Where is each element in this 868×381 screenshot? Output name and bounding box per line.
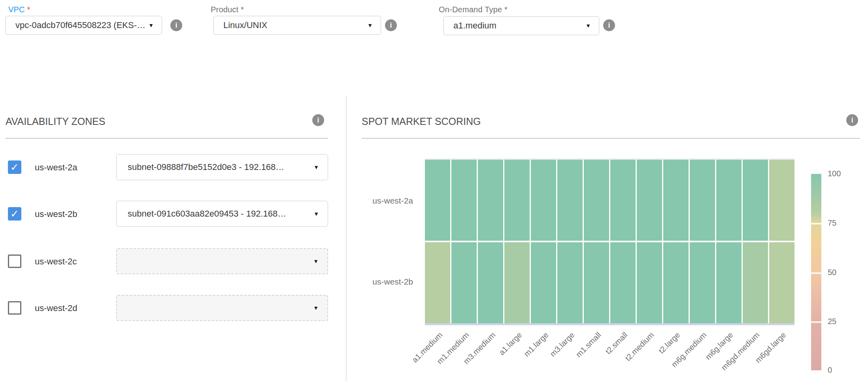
subnet-select-us-west-2a[interactable]: subnet-09888f7be5152d0e3 - 192.168… ▼ bbox=[116, 154, 328, 180]
on-demand-type-select[interactable]: a1.medium ▼ bbox=[443, 16, 599, 35]
heatmap-cell bbox=[504, 160, 530, 241]
heatmap-cell bbox=[743, 242, 768, 323]
chevron-down-icon: ▼ bbox=[367, 23, 373, 28]
az-zone-label: us-west-2b bbox=[35, 209, 77, 219]
chevron-down-icon: ▼ bbox=[313, 211, 319, 217]
heatmap-cell bbox=[504, 242, 530, 323]
colorbar-tick bbox=[811, 223, 821, 224]
on-demand-type-label: On-Demand Type * bbox=[439, 5, 508, 14]
product-label: Product * bbox=[211, 5, 244, 14]
spot-score-heatmap bbox=[425, 160, 794, 323]
subnet-select-us-west-2c[interactable]: ▼ bbox=[116, 248, 328, 274]
heatmap-row-label: us-west-2b bbox=[348, 277, 413, 287]
vpc-label: VPC * bbox=[8, 5, 30, 14]
x-axis-label: m1.large bbox=[522, 330, 550, 358]
colorbar-tick-label: 50 bbox=[828, 268, 836, 277]
colorbar-tick bbox=[811, 272, 821, 274]
availability-zones-header-divider bbox=[6, 138, 328, 139]
score-colorbar bbox=[811, 174, 821, 370]
az-zone-label: us-west-2c bbox=[35, 257, 77, 267]
subnet-select-us-west-2d[interactable]: ▼ bbox=[116, 295, 328, 321]
spot-market-header-divider bbox=[362, 138, 860, 139]
az-checkbox-us-west-2b[interactable]: ✓ bbox=[8, 207, 21, 221]
x-axis-label: m1.small bbox=[574, 330, 603, 359]
az-checkbox-us-west-2a[interactable]: ✓ bbox=[8, 160, 21, 174]
vpc-select-value: vpc-0adcb70f645508223 (EKS-VPC) bbox=[6, 20, 148, 30]
x-axis-label: a1.large bbox=[497, 330, 524, 357]
heatmap-cell bbox=[451, 242, 477, 323]
heatmap-cell bbox=[531, 160, 556, 241]
heatmap-cell bbox=[716, 160, 742, 241]
chevron-down-icon: ▼ bbox=[313, 305, 319, 311]
product-select-value: Linux/UNIX bbox=[214, 20, 367, 30]
colorbar-tick-label: 100 bbox=[828, 169, 841, 178]
colorbar-tick-label: 0 bbox=[828, 366, 832, 375]
heatmap-cell bbox=[425, 160, 450, 241]
spot-market-scoring-info-icon[interactable]: i bbox=[846, 114, 858, 126]
vpc-info-icon[interactable]: i bbox=[170, 19, 182, 31]
info-glyph: i bbox=[175, 21, 177, 30]
heatmap-cell bbox=[478, 160, 503, 241]
heatmap-cell bbox=[663, 160, 689, 241]
subnet-select-us-west-2b[interactable]: subnet-091c603aa82e09453 - 192.168… ▼ bbox=[116, 201, 328, 227]
az-zone-label: us-west-2d bbox=[35, 303, 77, 313]
x-axis-label: m3.large bbox=[548, 330, 576, 358]
heatmap-cell bbox=[557, 160, 583, 241]
info-glyph: i bbox=[317, 116, 319, 124]
az-zone-label: us-west-2a bbox=[35, 162, 77, 173]
heatmap-cell bbox=[610, 242, 636, 323]
colorbar-tick-label: 75 bbox=[828, 219, 836, 228]
heatmap-cell bbox=[531, 242, 556, 323]
product-label-text: Product bbox=[211, 5, 238, 14]
heatmap-cell bbox=[451, 160, 477, 241]
colorbar-tick-label: 25 bbox=[828, 317, 836, 326]
vpc-label-text: VPC bbox=[8, 5, 25, 14]
availability-zones-info-icon[interactable]: i bbox=[312, 114, 324, 126]
chevron-down-icon: ▼ bbox=[148, 23, 154, 28]
heatmap-cell bbox=[557, 242, 583, 323]
subnet-select-value: subnet-09888f7be5152d0e3 - 192.168… bbox=[117, 162, 313, 172]
heatmap-cell bbox=[690, 242, 715, 323]
on-demand-type-select-value: a1.medium bbox=[444, 21, 585, 31]
chevron-down-icon: ▼ bbox=[313, 164, 319, 170]
heatmap-cell bbox=[637, 242, 662, 323]
heatmap-cell bbox=[478, 242, 503, 323]
heatmap-row-label: us-west-2a bbox=[348, 196, 413, 206]
heatmap-cell bbox=[690, 160, 715, 241]
product-required-mark: * bbox=[241, 5, 244, 14]
vpc-select[interactable]: vpc-0adcb70f645508223 (EKS-VPC) ▼ bbox=[6, 16, 162, 35]
heatmap-cell bbox=[425, 242, 450, 323]
availability-zones-title: AVAILABILITY ZONES bbox=[6, 115, 105, 128]
subnet-select-value: subnet-091c603aa82e09453 - 192.168… bbox=[117, 209, 313, 219]
heatmap-cell bbox=[743, 160, 768, 241]
on-demand-type-label-text: On-Demand Type bbox=[439, 5, 502, 14]
info-glyph: i bbox=[390, 21, 392, 30]
heatmap-cell bbox=[584, 160, 609, 241]
heatmap-cell bbox=[663, 242, 689, 323]
product-select[interactable]: Linux/UNIX ▼ bbox=[213, 16, 381, 35]
on-demand-type-required-mark: * bbox=[504, 5, 508, 14]
heatmap-cell bbox=[610, 160, 636, 241]
info-glyph: i bbox=[851, 116, 853, 124]
az-checkbox-us-west-2c[interactable] bbox=[8, 255, 21, 268]
x-axis-label: t2.large bbox=[657, 330, 682, 355]
checkmark-icon: ✓ bbox=[10, 208, 19, 220]
heatmap-cell bbox=[716, 242, 742, 323]
heatmap-cell bbox=[769, 160, 794, 241]
checkmark-icon: ✓ bbox=[10, 161, 19, 174]
colorbar-tick bbox=[811, 321, 821, 323]
x-axis-label: t2.small bbox=[604, 330, 629, 356]
product-info-icon[interactable]: i bbox=[385, 19, 397, 31]
info-glyph: i bbox=[608, 21, 610, 30]
heatmap-cell bbox=[769, 242, 794, 323]
chevron-down-icon: ▼ bbox=[313, 258, 319, 264]
az-checkbox-us-west-2d[interactable] bbox=[8, 301, 21, 315]
heatmap-x-axis: a1.mediumm1.mediumm3.mediuma1.largem1.la… bbox=[425, 325, 794, 380]
chevron-down-icon: ▼ bbox=[585, 23, 591, 28]
spot-console-page: VPC * vpc-0adcb70f645508223 (EKS-VPC) ▼ … bbox=[0, 0, 868, 381]
heatmap-cell bbox=[637, 160, 662, 241]
spot-market-scoring-title: SPOT MARKET SCORING bbox=[362, 115, 481, 128]
heatmap-cell bbox=[584, 242, 609, 323]
on-demand-type-info-icon[interactable]: i bbox=[603, 19, 615, 31]
vpc-required-mark: * bbox=[27, 5, 30, 14]
